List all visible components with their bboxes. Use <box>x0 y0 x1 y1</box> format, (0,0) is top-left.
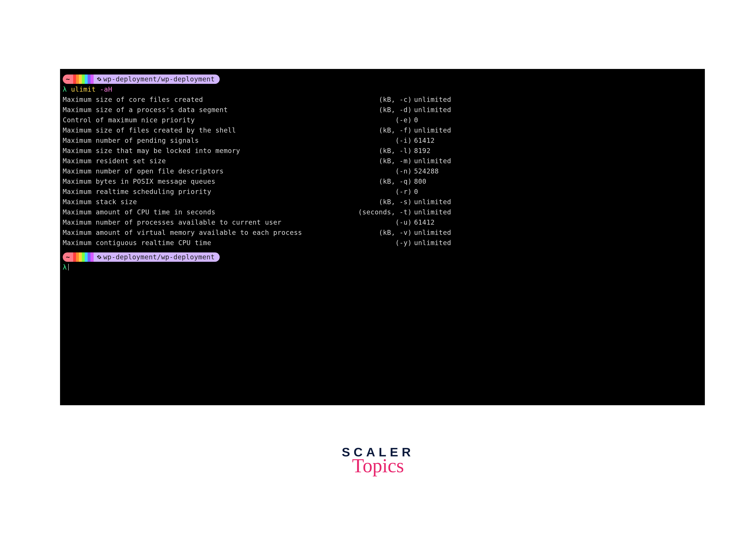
limit-flag: (kB, -f) <box>345 125 414 135</box>
command-line-empty[interactable]: λ <box>60 262 705 272</box>
output-row: Maximum size of files created by the she… <box>63 125 705 135</box>
limit-value: unlimited <box>414 227 451 238</box>
limit-description: Maximum amount of CPU time in seconds <box>63 207 345 217</box>
limit-value: 0 <box>414 186 418 197</box>
prompt-lambda: λ <box>63 263 67 271</box>
output-row: Maximum amount of CPU time in seconds(se… <box>63 207 705 217</box>
limit-description: Maximum stack size <box>63 197 345 207</box>
output-row: Maximum bytes in POSIX message queues(kB… <box>63 176 705 186</box>
limit-description: Maximum realtime scheduling priority <box>63 186 345 197</box>
limit-flag: (-r) <box>345 186 414 197</box>
limit-flag: (seconds, -t) <box>345 207 414 217</box>
prompt-pill: ~ wp-deployment/wp-deployment <box>63 252 220 262</box>
limit-flag: (-u) <box>345 217 414 227</box>
limit-value: unlimited <box>414 105 451 115</box>
prompt-tilde: ~ <box>63 75 73 84</box>
prompt-path-text: wp-deployment/wp-deployment <box>103 75 215 84</box>
output-row: Maximum size of a process's data segment… <box>63 105 705 115</box>
prompt-tilde: ~ <box>63 252 73 262</box>
command-name: ulimit <box>71 85 96 93</box>
output-row: Maximum amount of virtual memory availab… <box>63 227 705 238</box>
prompt-path: wp-deployment/wp-deployment <box>94 252 220 262</box>
prompt-stripes <box>73 252 94 262</box>
output-row: Control of maximum nice priority(-e)0 <box>63 115 705 125</box>
limit-description: Maximum resident set size <box>63 156 345 166</box>
limit-description: Maximum size that may be locked into mem… <box>63 146 345 156</box>
prompt-path: wp-deployment/wp-deployment <box>94 75 220 84</box>
logo-topics: Topics <box>342 454 414 477</box>
limit-value: 0 <box>414 115 418 125</box>
limit-description: Maximum contiguous realtime CPU time <box>63 238 345 248</box>
command-args: -aH <box>100 85 112 93</box>
terminal-window[interactable]: ~ wp-deployment/wp-deployment λ ulimit -… <box>60 69 705 405</box>
limit-flag: (kB, -c) <box>345 94 414 105</box>
limit-flag: (kB, -q) <box>345 176 414 186</box>
limit-value: unlimited <box>414 125 451 135</box>
limit-value: unlimited <box>414 207 451 217</box>
limit-description: Maximum size of files created by the she… <box>63 125 345 135</box>
limit-description: Maximum amount of virtual memory availab… <box>63 227 345 238</box>
prompt-lambda: λ <box>63 85 67 93</box>
limit-flag: (-n) <box>345 166 414 176</box>
output-row: Maximum resident set size(kB, -m)unlimit… <box>63 156 705 166</box>
limit-flag: (-e) <box>345 115 414 125</box>
limit-value: 8192 <box>414 146 431 156</box>
prompt-pill: ~ wp-deployment/wp-deployment <box>63 75 220 84</box>
output-row: Maximum size of core files created(kB, -… <box>63 94 705 105</box>
command-output: Maximum size of core files created(kB, -… <box>60 94 705 248</box>
limit-description: Maximum number of pending signals <box>63 135 345 146</box>
output-row: Maximum number of pending signals(-i)614… <box>63 135 705 146</box>
limit-flag: (kB, -l) <box>345 146 414 156</box>
output-row: Maximum size that may be locked into mem… <box>63 146 705 156</box>
output-row: Maximum contiguous realtime CPU time(-y)… <box>63 238 705 248</box>
limit-flag: (kB, -d) <box>345 105 414 115</box>
output-row: Maximum stack size(kB, -s)unlimited <box>63 197 705 207</box>
output-row: Maximum number of processes available to… <box>63 217 705 227</box>
gear-icon <box>97 255 102 259</box>
limit-description: Maximum number of open file descriptors <box>63 166 345 176</box>
limit-value: 800 <box>414 176 426 186</box>
output-row: Maximum number of open file descriptors(… <box>63 166 705 176</box>
limit-flag: (kB, -s) <box>345 197 414 207</box>
output-row: Maximum realtime scheduling priority(-r)… <box>63 186 705 197</box>
limit-value: 61412 <box>414 135 435 146</box>
limit-flag: (-y) <box>345 238 414 248</box>
limit-description: Control of maximum nice priority <box>63 115 345 125</box>
limit-description: Maximum size of a process's data segment <box>63 105 345 115</box>
limit-flag: (kB, -v) <box>345 227 414 238</box>
prompt-path-text: wp-deployment/wp-deployment <box>103 252 215 262</box>
limit-value: 61412 <box>414 217 435 227</box>
limit-flag: (-i) <box>345 135 414 146</box>
limit-flag: (kB, -m) <box>345 156 414 166</box>
limit-description: Maximum number of processes available to… <box>63 217 345 227</box>
limit-description: Maximum size of core files created <box>63 94 345 105</box>
cursor <box>68 264 69 270</box>
limit-value: unlimited <box>414 197 451 207</box>
limit-value: unlimited <box>414 94 451 105</box>
prompt-stripes <box>73 75 94 84</box>
limit-value: unlimited <box>414 238 451 248</box>
limit-value: unlimited <box>414 156 451 166</box>
gear-icon <box>97 77 102 82</box>
limit-description: Maximum bytes in POSIX message queues <box>63 176 345 186</box>
command-line[interactable]: λ ulimit -aH <box>60 84 705 94</box>
limit-value: 524288 <box>414 166 439 176</box>
scaler-topics-logo: SCALER Topics <box>342 445 414 477</box>
